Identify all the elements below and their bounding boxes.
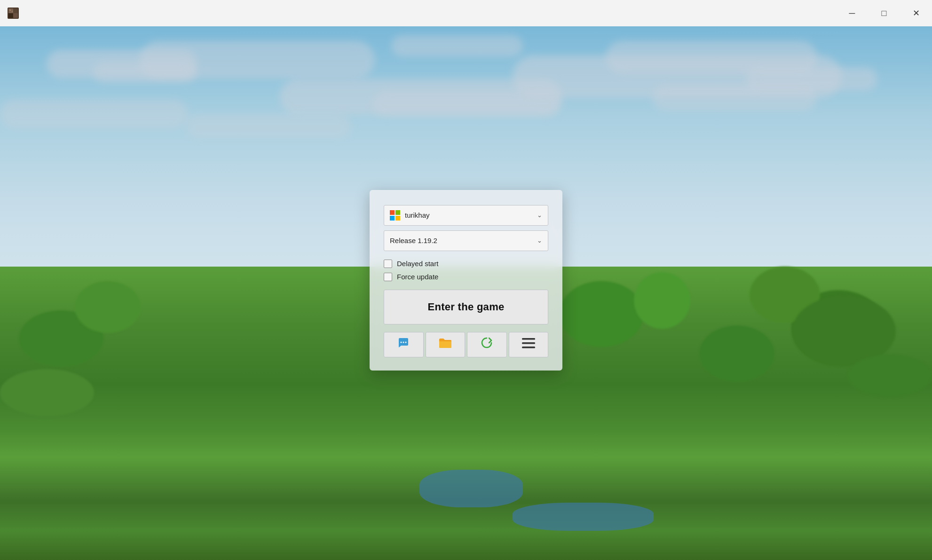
delayed-start-label: Delayed start	[397, 260, 438, 268]
svg-rect-2	[13, 8, 18, 13]
account-dropdown-content: turikhay	[390, 210, 537, 221]
refresh-icon	[480, 336, 493, 353]
enter-game-button[interactable]: Enter the game	[384, 290, 548, 324]
close-button[interactable]: ✕	[900, 0, 932, 26]
delayed-start-row: Delayed start	[384, 260, 548, 268]
version-value: Release 1.19.2	[390, 237, 437, 245]
force-update-checkbox[interactable]	[384, 273, 392, 281]
refresh-button[interactable]	[467, 332, 507, 357]
account-value: turikhay	[405, 211, 430, 219]
maximize-button[interactable]: □	[868, 0, 900, 26]
svg-rect-6	[12, 11, 13, 12]
menu-icon	[522, 337, 535, 352]
svg-rect-12	[522, 347, 535, 348]
version-dropdown-content: Release 1.19.2	[390, 237, 537, 245]
force-update-row: Force update	[384, 273, 548, 281]
chat-icon	[397, 336, 410, 353]
force-update-label: Force update	[397, 273, 438, 281]
account-dropdown[interactable]: turikhay ⌄	[384, 205, 548, 226]
app-icon	[0, 0, 26, 26]
svg-rect-11	[522, 342, 535, 344]
window-controls: ─ □ ✕	[836, 0, 932, 26]
svg-rect-10	[522, 338, 535, 340]
launcher-dialog: turikhay ⌄ Release 1.19.2 ⌄ Delayed star…	[370, 190, 562, 371]
folder-button[interactable]	[426, 332, 466, 357]
svg-point-7	[401, 342, 402, 343]
version-dropdown[interactable]: Release 1.19.2 ⌄	[384, 230, 548, 251]
version-dropdown-arrow: ⌄	[537, 237, 542, 244]
folder-icon	[438, 337, 452, 352]
svg-point-8	[403, 342, 404, 343]
water-patch-2	[513, 503, 654, 531]
titlebar: ─ □ ✕	[0, 0, 932, 26]
svg-point-9	[405, 342, 407, 343]
svg-rect-3	[8, 13, 13, 18]
microsoft-logo	[390, 210, 400, 221]
account-dropdown-arrow: ⌄	[537, 212, 542, 219]
svg-rect-4	[13, 13, 18, 18]
minimize-button[interactable]: ─	[836, 0, 868, 26]
water-patch	[419, 470, 523, 507]
menu-button[interactable]	[509, 332, 549, 357]
icon-toolbar	[384, 332, 548, 357]
delayed-start-checkbox[interactable]	[384, 260, 392, 268]
chat-button[interactable]	[384, 332, 424, 357]
svg-rect-5	[9, 9, 11, 11]
